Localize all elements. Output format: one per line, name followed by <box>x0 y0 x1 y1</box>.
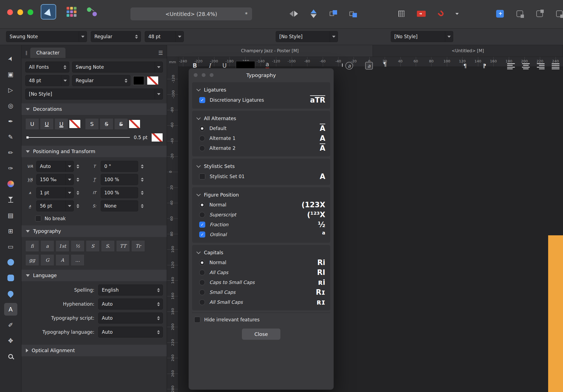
radio-button[interactable] <box>199 202 205 208</box>
baseline-field[interactable]: 1 pt <box>36 187 74 198</box>
replace-selection-button[interactable] <box>551 6 563 21</box>
teardrop-tool[interactable] <box>4 287 17 300</box>
chevron-down-icon[interactable] <box>155 62 163 72</box>
kerning-stepper[interactable] <box>75 164 80 169</box>
panel-font-size-dropdown[interactable]: 48 pt <box>25 75 69 86</box>
zoom-tool[interactable] <box>4 350 17 363</box>
radio-button[interactable] <box>199 289 205 295</box>
tracking-stepper[interactable] <box>75 178 80 182</box>
fill-tool[interactable] <box>4 178 17 190</box>
section-language[interactable]: Language <box>21 270 167 281</box>
rectangle-tool[interactable]: ▭ <box>4 240 17 253</box>
radio-button[interactable] <box>199 145 205 151</box>
leading-stepper[interactable] <box>75 204 80 208</box>
move-forward-button[interactable] <box>325 6 341 21</box>
style-picker-tool[interactable]: ✐ <box>4 319 17 331</box>
chevron-down-icon[interactable] <box>176 31 184 42</box>
rounded-rectangle-tool[interactable] <box>4 272 17 284</box>
decoration-color-swatch[interactable] <box>151 133 163 142</box>
move-backward-button[interactable] <box>345 6 361 21</box>
underline-color-swatch[interactable] <box>69 120 81 128</box>
fullscreen-window-button[interactable] <box>28 9 33 15</box>
close-window-button[interactable] <box>7 9 13 15</box>
show-paragraph-button[interactable]: ¶ <box>458 60 472 71</box>
move-tool[interactable]: ➤ <box>4 52 17 65</box>
align-right-button[interactable] <box>534 61 548 71</box>
grid-toggle-button[interactable] <box>393 6 409 21</box>
radio-button[interactable] <box>199 136 205 141</box>
underline-style-button[interactable]: U <box>40 118 54 130</box>
typography-feature-button[interactable]: S <box>86 240 100 252</box>
flip-vertical-button[interactable] <box>305 6 321 21</box>
radio-button[interactable] <box>199 280 205 285</box>
ellipse-tool[interactable] <box>4 256 17 269</box>
radio-button[interactable] <box>199 260 205 266</box>
chevron-down-icon[interactable] <box>155 89 163 99</box>
checkbox[interactable] <box>199 222 205 228</box>
affinity-publisher-icon[interactable] <box>84 4 100 20</box>
strikethrough-style-button[interactable]: S <box>85 118 99 130</box>
align-center-button[interactable] <box>519 61 533 71</box>
pencil-tool[interactable]: ✏ <box>4 146 17 159</box>
strikethrough-style-button[interactable]: S <box>100 118 113 130</box>
typography-feature-button[interactable]: A <box>56 254 69 266</box>
dialog-zoom-button[interactable] <box>210 73 214 77</box>
typography-feature-button[interactable]: gg <box>25 254 39 266</box>
document-tab[interactable]: <Untitled> [M] <box>373 45 563 57</box>
checkbox[interactable] <box>199 173 205 180</box>
font-scope-dropdown[interactable]: All Fonts <box>25 62 69 73</box>
stepper-icon[interactable] <box>156 288 161 292</box>
shear-stepper[interactable] <box>140 204 145 208</box>
typography-feature-button[interactable]: Tr <box>131 240 145 252</box>
pen-tool[interactable]: ✎ <box>4 131 17 143</box>
chevron-down-icon[interactable] <box>79 31 87 42</box>
underline-style-button[interactable]: U <box>54 118 68 130</box>
ruler-unit[interactable]: mm <box>167 57 178 67</box>
v-scale-field[interactable]: 100 % <box>101 187 138 198</box>
align-left-button[interactable] <box>504 61 518 71</box>
panel-font-family-dropdown[interactable]: Swung Note <box>72 62 163 73</box>
panel-handle-icon[interactable]: ∥ <box>25 50 28 55</box>
section-title-row[interactable]: All Alternates <box>197 114 325 123</box>
typography-feature-button[interactable]: 1st <box>56 240 69 252</box>
no-stroke-swatch[interactable] <box>147 76 158 85</box>
baseline-stepper[interactable] <box>75 191 80 195</box>
justify-button[interactable] <box>549 61 562 71</box>
add-selection-button[interactable] <box>492 6 508 21</box>
dialog-close-button[interactable] <box>194 73 198 77</box>
paragraph-marks-button[interactable]: ¶ <box>478 60 491 71</box>
language-dropdown[interactable]: English <box>98 285 163 296</box>
rotation-stepper[interactable] <box>140 164 145 169</box>
shear-field[interactable]: None <box>101 200 138 211</box>
font-family-dropdown[interactable]: Swung Note <box>6 31 87 42</box>
text-tool[interactable]: A <box>4 303 17 316</box>
radio-button[interactable] <box>199 299 205 305</box>
section-typography[interactable]: Typography <box>21 225 167 237</box>
close-button[interactable]: Close <box>242 328 281 340</box>
chevron-down-icon[interactable] <box>65 161 73 172</box>
flip-horizontal-button[interactable] <box>286 6 302 21</box>
transparency-tool[interactable] <box>4 193 17 206</box>
paragraph-style-dropdown[interactable]: [No Style] <box>391 31 453 42</box>
stepper-icon[interactable] <box>62 65 67 69</box>
strikethrough-color-swatch[interactable] <box>129 120 140 128</box>
show-typography-button[interactable]: a <box>363 60 375 71</box>
stroke-width-slider[interactable] <box>26 137 130 138</box>
insert-inside-button[interactable] <box>532 6 548 21</box>
strikethrough-style-button[interactable]: S <box>114 118 128 130</box>
point-transform-tool[interactable]: ◎ <box>4 99 17 112</box>
panel-font-style-dropdown[interactable]: Regular <box>72 75 130 86</box>
character-style-dropdown[interactable]: [No Style] <box>276 31 338 42</box>
radio-button[interactable] <box>199 126 205 131</box>
typography-feature-button[interactable]: a <box>40 240 54 252</box>
node-tool[interactable]: ▷ <box>4 84 17 96</box>
h-scale-field[interactable]: 100 % <box>101 174 138 185</box>
insert-target-button[interactable] <box>413 6 429 21</box>
section-decorations[interactable]: Decorations <box>21 103 167 115</box>
section-title-row[interactable]: Figure Position <box>197 190 325 200</box>
checkbox[interactable] <box>199 97 205 103</box>
stepper-icon[interactable] <box>156 302 161 306</box>
hide-irrelevant-checkbox[interactable] <box>194 317 200 323</box>
snapping-options-button[interactable] <box>453 6 461 21</box>
section-title-row[interactable]: Ligatures <box>197 85 325 95</box>
